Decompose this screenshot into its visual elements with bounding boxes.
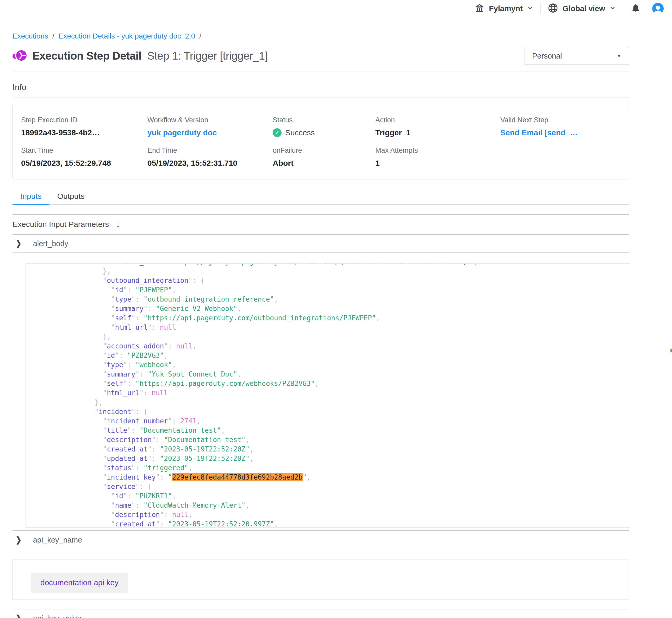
field-label: Start Time: [21, 146, 148, 154]
field-value: 1: [375, 159, 500, 168]
code-line: "html_url": null: [62, 323, 630, 332]
field-label: Max Attempts: [375, 146, 500, 154]
bank-icon: [474, 3, 485, 14]
user-avatar[interactable]: [652, 3, 664, 14]
code-line: "html_url": "https://fylamynt.pagerduty.…: [62, 263, 630, 267]
tab-outputs[interactable]: Outputs: [50, 192, 92, 204]
code-line: "incident_key": "229efec8feda44778d3fe69…: [62, 473, 630, 482]
code-line: "description": null,: [62, 510, 630, 519]
field-value: 18992a43-9538-4b2…: [21, 128, 148, 137]
code-line: "self": "https://api.pagerduty.com/outbo…: [62, 313, 630, 323]
field-value: 05/19/2023, 15:52:29.748: [21, 159, 148, 168]
param-row-api-key-value[interactable]: ❯ api_key_value: [12, 609, 629, 618]
field-value: ✓Success: [273, 128, 375, 137]
field-value: Trigger_1: [375, 128, 500, 137]
chevron-right-icon: ❯: [16, 614, 22, 618]
tab-bar: InputsOutputs: [12, 192, 629, 205]
code-line: "incident_number": 2741,: [62, 416, 630, 426]
code-line: },: [62, 267, 630, 276]
param-name: alert_body: [33, 239, 68, 248]
field-label: onFailure: [273, 146, 375, 154]
breadcrumb-link-execution-details[interactable]: Execution Details - yuk pagerduty doc: 2…: [59, 32, 195, 40]
code-line: "service": {: [62, 482, 630, 491]
info-heading: Info: [12, 82, 629, 92]
view-switcher[interactable]: Global view: [541, 3, 623, 15]
divider: [12, 98, 629, 98]
divider: [12, 549, 629, 549]
page-title: Execution Step Detail: [32, 50, 142, 62]
alert-body-json-viewer[interactable]: "html_url": "https://fylamynt.pagerduty.…: [25, 263, 630, 528]
code-line: "created_at": "2023-05-19T22:52:20.997Z"…: [62, 519, 630, 528]
code-line: "updated_at": "2023-05-19T22:52:20Z",: [62, 454, 630, 463]
breadcrumb-link-executions[interactable]: Executions: [12, 32, 48, 40]
code-line: },: [62, 398, 630, 407]
info-field: End Time05/19/2023, 15:52:31.710: [148, 146, 273, 168]
code-line: "created_at": "2023-05-19T22:52:20Z",: [62, 444, 630, 454]
api-key-name-chip: documentation api key: [31, 573, 128, 593]
field-label: End Time: [148, 146, 273, 154]
info-field: ActionTrigger_1: [375, 116, 500, 137]
tab-inputs[interactable]: Inputs: [12, 192, 50, 204]
code-line: "title": "Documentation test",: [62, 426, 630, 435]
page-subtitle: Step 1: Trigger [trigger_1]: [147, 50, 268, 62]
breadcrumb-separator: /: [52, 32, 55, 40]
org-switcher[interactable]: Fylamynt: [468, 3, 540, 14]
chevron-right-icon: ❯: [16, 239, 22, 248]
code-line: "outbound_integration": {: [62, 276, 630, 285]
api-key-name-value-box: documentation api key: [12, 559, 629, 600]
info-field: Status✓Success: [273, 116, 375, 137]
field-label: Valid Next Step: [500, 116, 621, 124]
code-line: "name": "CloudWatch-Memory-Alert",: [62, 501, 630, 510]
code-line: "html_url": null: [62, 388, 630, 398]
code-line: "summary": "Generic V2 Webhook",: [62, 304, 630, 313]
field-label: Workflow & Version: [148, 116, 273, 124]
field-label: Action: [375, 116, 500, 124]
field-value-link[interactable]: yuk pagerduty doc: [148, 128, 273, 137]
caret-down-icon: ▼: [616, 53, 621, 59]
info-field: Workflow & Versionyuk pagerduty doc: [148, 116, 273, 137]
info-field: Valid Next StepSend Email [send_…: [500, 116, 621, 137]
notifications-button[interactable]: [623, 3, 649, 14]
title-row: Execution Step Detail Step 1: Trigger [t…: [12, 47, 629, 65]
field-value: 05/19/2023, 15:52:31.710: [148, 159, 273, 168]
view-label: Global view: [563, 4, 605, 13]
params-header-title: Execution Input Parameters: [12, 220, 109, 229]
info-field: Start Time05/19/2023, 15:52:29.748: [21, 146, 148, 168]
check-circle-icon: ✓: [273, 128, 281, 137]
divider: [12, 72, 629, 72]
divider: [12, 252, 629, 253]
code-line: "status": "triggered",: [62, 463, 630, 473]
breadcrumb: Executions / Execution Details - yuk pag…: [12, 32, 629, 40]
code-line: "self": "https://api.pagerduty.com/webho…: [62, 379, 630, 388]
code-line: "id": "PZB2VG3",: [62, 351, 630, 360]
field-value-link[interactable]: Send Email [send_…: [500, 128, 621, 137]
code-line: },: [62, 332, 630, 341]
scope-select[interactable]: Personal ▼: [524, 47, 629, 65]
field-value: Abort: [273, 159, 375, 168]
param-row-alert-body[interactable]: ❯ alert_body: [12, 235, 629, 252]
info-field: Max Attempts1: [375, 146, 500, 168]
code-line: "incident": {: [62, 407, 630, 416]
param-row-api-key-name[interactable]: ❯ api_key_name: [12, 531, 629, 549]
download-arrow-icon[interactable]: ↓: [116, 219, 120, 229]
breadcrumb-separator: /: [199, 32, 201, 40]
code-content: "html_url": "https://fylamynt.pagerduty.…: [26, 263, 630, 528]
info-card: Step Execution ID18992a43-9538-4b2…Workf…: [12, 105, 629, 179]
execution-input-parameters-header: Execution Input Parameters ↓: [12, 215, 629, 234]
search-highlight: 229efec8feda44778d3fe692b28aed2b: [172, 473, 303, 481]
globe-icon: [548, 3, 559, 15]
param-name: api_key_name: [33, 536, 82, 544]
code-line: "type": "outbound_integration_reference"…: [62, 295, 630, 304]
page-body: Executions / Execution Details - yuk pag…: [0, 32, 672, 618]
chevron-right-icon: ❯: [16, 535, 22, 545]
code-line: "summary": "Yuk Spot Connect Doc",: [62, 370, 630, 379]
info-field: Step Execution ID18992a43-9538-4b2…: [21, 116, 148, 137]
code-line: "id": "PUZKRT1",: [62, 491, 630, 501]
code-line: "description": "Documentation test",: [62, 435, 630, 444]
bell-icon: [631, 3, 641, 14]
chevron-down-icon: [609, 5, 616, 12]
info-field: onFailureAbort: [273, 146, 375, 168]
field-label: Step Execution ID: [21, 116, 148, 124]
workflow-brand-icon: [12, 49, 27, 63]
code-line: "type": "webhook",: [62, 360, 630, 370]
